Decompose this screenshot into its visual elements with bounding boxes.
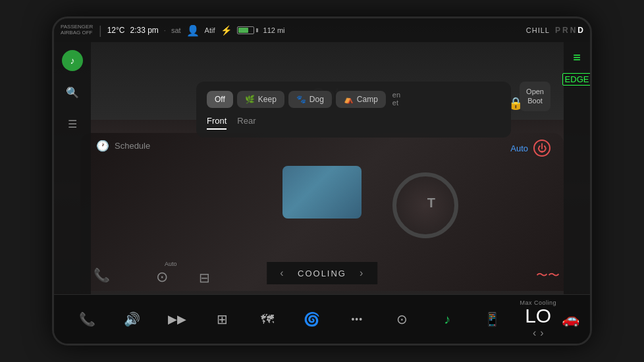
more-modes: enet xyxy=(390,91,400,108)
gear-n: N xyxy=(570,26,576,35)
airbag-status: PASSENGER AIRBAG OFF xyxy=(61,24,94,36)
taskbar: 📞 🔊 ▶▶ ⊞ 🗺 🌀 ••• ⊙ ♪ 📱 Max Co xyxy=(54,294,590,344)
camera-icon: ⊙ xyxy=(396,311,408,327)
battery-indicator xyxy=(237,26,258,34)
range-display: 112 mi xyxy=(263,26,285,34)
fan-control-icon[interactable]: ⊙ xyxy=(156,269,168,286)
screen-frame: T PASSENGER AIRBAG OFF | 12°C 2:33 pm · … xyxy=(52,16,592,346)
tab-front[interactable]: Front xyxy=(207,116,227,130)
temp-adjust-buttons: ‹ › xyxy=(533,327,544,339)
search-icon[interactable]: 🔍 xyxy=(62,82,83,103)
cooling-label: COOLING xyxy=(298,269,346,278)
drive-mode-badge: CHILL xyxy=(526,26,550,34)
edge-label: EDGE xyxy=(562,73,592,86)
camp-icon: ⛺ xyxy=(344,95,354,104)
power-button[interactable]: ⏻ xyxy=(533,140,550,157)
taskbar-phone[interactable]: 📞 xyxy=(65,311,109,327)
open-boot-label: OpenBoot xyxy=(526,88,544,105)
skip-icon: ▶▶ xyxy=(168,312,186,326)
taskbar-spotify[interactable]: ♪ xyxy=(425,312,470,327)
taskbar-fan[interactable]: 🌀 xyxy=(290,311,335,327)
temp-value: LO xyxy=(525,306,551,326)
gear-r: R xyxy=(562,26,568,35)
status-bar: PASSENGER AIRBAG OFF | 12°C 2:33 pm · sa… xyxy=(54,18,590,42)
more-icon: ••• xyxy=(351,314,363,324)
lock-icon[interactable]: 🔒 xyxy=(508,96,523,111)
left-sidebar: ♪ 🔍 ☰ xyxy=(54,42,91,294)
open-boot-button[interactable]: OpenBoot xyxy=(520,82,550,111)
taskbar-grid[interactable]: ⊞ xyxy=(200,311,244,327)
menu-icon[interactable]: ☰ xyxy=(62,113,83,134)
seat-icon[interactable]: ⊟ xyxy=(199,270,210,286)
keep-icon: 🌿 xyxy=(245,95,255,104)
driver-name: Atif xyxy=(205,26,215,34)
main-content: 🕐 Schedule Off 🌿 Keep 🐾 Dog ⛺ Camp xyxy=(91,42,564,294)
taskbar-camera[interactable]: ⊙ xyxy=(379,311,424,327)
car-icon: 🚗 xyxy=(562,311,579,328)
front-rear-tabs: Front Rear xyxy=(207,116,500,130)
auto-label: Auto xyxy=(510,143,528,153)
gear-d: D xyxy=(577,26,583,35)
schedule-label[interactable]: Schedule xyxy=(115,141,150,151)
outside-temp: 12°C xyxy=(107,26,125,35)
right-sidebar: ≡ EDGE xyxy=(564,42,590,294)
cooling-left-arrow[interactable]: ‹ xyxy=(280,267,284,279)
mode-keep-label: Keep xyxy=(258,95,277,104)
gear-selector: P R N D xyxy=(555,26,583,35)
taskbar-volume[interactable]: 🔊 xyxy=(109,311,154,327)
mode-dog-label: Dog xyxy=(309,95,324,104)
mode-camp-button[interactable]: ⛺ Camp xyxy=(336,91,386,108)
spotify-icon[interactable]: ♪ xyxy=(62,50,83,71)
temp-down-button[interactable]: ‹ xyxy=(533,327,536,339)
temp-up-button[interactable]: › xyxy=(540,327,543,339)
current-time: 2:33 pm xyxy=(130,26,159,35)
volume-icon: 🔊 xyxy=(124,311,140,327)
taskbar-car[interactable]: 🚗 xyxy=(562,311,579,328)
tab-rear[interactable]: Rear xyxy=(237,116,255,130)
sat-label: sat xyxy=(171,26,181,34)
mode-off-label: Off xyxy=(215,95,225,104)
climate-mode-buttons: Off 🌿 Keep 🐾 Dog ⛺ Camp enet xyxy=(207,91,500,108)
gear-p: P xyxy=(555,26,560,35)
auto-power-row: Auto ⏻ xyxy=(510,140,550,157)
schedule-row: 🕐 Schedule xyxy=(96,140,150,152)
phone-icon: 📞 xyxy=(79,311,95,327)
mode-off-button[interactable]: Off xyxy=(207,91,233,108)
taskbar-call[interactable]: 📱 xyxy=(470,311,514,327)
taskbar-more[interactable]: ••• xyxy=(335,314,379,324)
nav-icon: 🗺 xyxy=(261,312,274,327)
dog-icon: 🐾 xyxy=(296,95,306,104)
drive-mode-icon: ≡ xyxy=(573,50,581,65)
phone-call-icon[interactable]: 📞 xyxy=(94,267,110,283)
taskbar-skip[interactable]: ▶▶ xyxy=(155,312,200,326)
call-icon: 📱 xyxy=(484,311,500,327)
mode-dog-button[interactable]: 🐾 Dog xyxy=(288,91,332,108)
taskbar-nav[interactable]: 🗺 xyxy=(244,312,289,327)
mode-keep-button[interactable]: 🌿 Keep xyxy=(237,91,284,108)
fan-icon: 🌀 xyxy=(304,311,320,327)
cooling-bar: ‹ COOLING › xyxy=(267,262,377,284)
heat-icon[interactable]: 〜〜 xyxy=(536,267,560,283)
grid-icon: ⊞ xyxy=(217,311,228,327)
temperature-display: Max Cooling LO ‹ › xyxy=(520,299,556,339)
cooling-right-arrow[interactable]: › xyxy=(360,267,364,279)
mode-camp-label: Camp xyxy=(357,95,378,104)
climate-panel: Off 🌿 Keep 🐾 Dog ⛺ Camp enet Front Re xyxy=(196,82,511,138)
spotify-tb-icon: ♪ xyxy=(444,312,450,327)
auto-fan-label: Auto xyxy=(165,261,177,267)
